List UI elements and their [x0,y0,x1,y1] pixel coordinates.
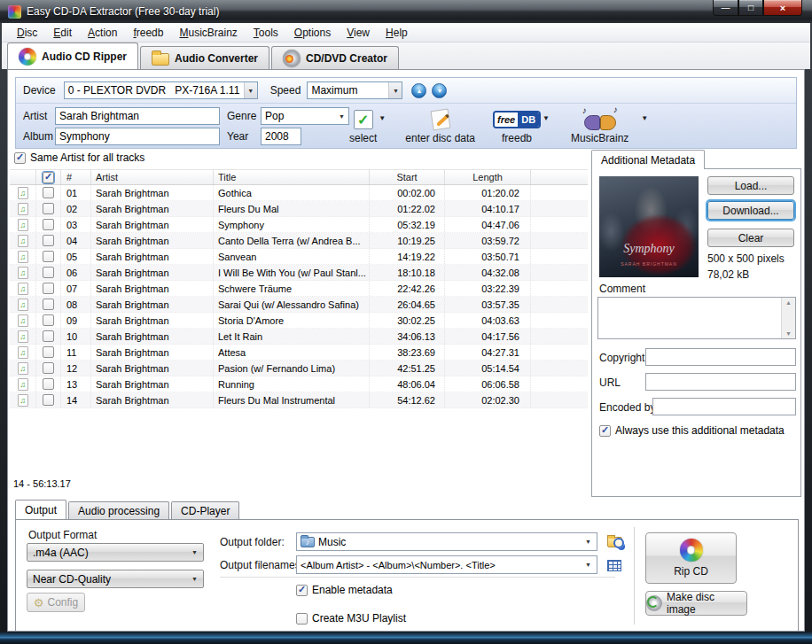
track-row[interactable]: 06 Sarah Brightman I Will Be With You (w… [10,265,588,281]
comment-field[interactable]: ▲▼ [597,297,796,339]
tab-audio-processing[interactable]: Audio processing [68,501,169,519]
track-row[interactable]: 03 Sarah Brightman Symphony 05:32.19 04:… [10,217,588,233]
track-checkbox[interactable] [43,378,54,390]
track-row[interactable]: 08 Sarah Brightman Sarai Qui (w/ Alessan… [10,297,588,313]
track-checkbox[interactable] [43,203,54,214]
tab-cd-dvd-creator[interactable]: CD/DVD Creator [271,46,399,69]
enable-metadata-checkbox[interactable] [296,585,308,596]
copyright-label: Copyright [599,352,644,364]
track-checkbox[interactable] [43,267,54,278]
album-field[interactable] [55,128,220,145]
track-row[interactable]: 14 Sarah Brightman Fleurs Du Mal Instrum… [10,392,588,408]
menu-edit[interactable]: Edit [45,24,80,42]
track-checkbox[interactable] [43,235,54,246]
track-row[interactable]: 04 Sarah Brightman Canto Della Terra (w/… [10,233,588,249]
copyright-field[interactable] [645,348,796,366]
output-folder-select[interactable]: Music [296,532,597,551]
load-down-button[interactable]: ▼ [432,83,447,98]
track-checkbox[interactable] [43,362,54,374]
download-button[interactable]: Download... [707,201,794,220]
url-field[interactable] [645,373,796,391]
menu-action[interactable]: Action [80,24,125,42]
track-title: Fleurs Du Mal Instrumental [214,392,370,407]
menu-freedb[interactable]: freedb [125,24,171,42]
quality-select[interactable]: Near CD-Quality [27,570,204,588]
column-number[interactable]: # [61,170,91,184]
menu-musicbrainz[interactable]: MusicBrainz [171,24,245,42]
track-row[interactable]: 11 Sarah Brightman Attesa 38:23.69 04:27… [10,345,588,361]
column-start[interactable]: Start [370,170,445,184]
same-artist-checkbox[interactable] [14,152,26,164]
dropdown-arrow-icon[interactable] [244,82,257,98]
track-row[interactable]: 02 Sarah Brightman Fleurs Du Mal 01:22.0… [10,201,588,217]
menu-disc[interactable]: Disc [9,24,45,42]
column-artist[interactable]: Artist [91,170,214,184]
device-select[interactable]: 0 - PLEXTOR DVDR PX-716A 1.11 [64,81,258,99]
tab-output[interactable]: Output [15,500,66,519]
track-row[interactable]: 09 Sarah Brightman Storia D'Amore 30:02.… [10,313,588,329]
track-length: 04:27.31 [445,345,531,360]
always-use-checkbox[interactable] [599,425,611,437]
dropdown-arrow-icon[interactable]: ▼ [379,114,386,122]
dropdown-arrow-icon[interactable] [388,82,402,98]
close-button[interactable]: × [763,0,802,16]
menu-tools[interactable]: Tools [246,24,286,42]
track-row[interactable]: 05 Sarah Brightman Sanvean 14:19.22 03:5… [10,249,588,265]
additional-metadata-tab[interactable]: Additional Metadata [591,150,705,169]
track-checkbox[interactable] [43,251,54,262]
track-checkbox[interactable] [43,346,54,358]
filename-pattern-button[interactable] [605,555,624,575]
speed-select[interactable]: Maximum [307,81,402,99]
tab-audio-converter[interactable]: Audio Converter [140,46,269,69]
load-button[interactable]: Load... [707,176,794,195]
titlebar: Easy CD-DA Extractor (Free 30-day trial) [0,0,812,23]
track-checkbox[interactable] [43,299,54,310]
menu-options[interactable]: Options [286,24,339,42]
track-start: 05:32.19 [370,217,445,232]
minimize-button[interactable]: — [713,0,738,16]
dropdown-arrow-icon[interactable]: ▼ [641,114,648,122]
tab-audio-cd-ripper[interactable]: Audio CD Ripper [7,43,138,69]
menu-view[interactable]: View [339,24,378,42]
track-number: 14 [61,392,91,407]
dropdown-arrow-icon[interactable]: ▼ [543,114,550,122]
artist-field[interactable] [55,107,220,125]
genre-select[interactable]: Pop [261,107,349,125]
column-title[interactable]: Title [214,170,370,184]
enter-disc-data-button[interactable]: enter disc data [405,107,475,144]
create-m3u-checkbox[interactable] [296,613,308,625]
track-checkbox[interactable] [43,283,54,294]
maximize-button[interactable]: □ [738,0,763,16]
track-row[interactable]: 13 Sarah Brightman Running 48:06.04 06:0… [10,376,588,392]
track-row[interactable]: 12 Sarah Brightman Pasion (w/ Fernando L… [10,361,588,376]
track-checkbox[interactable] [43,219,54,230]
menu-help[interactable]: Help [378,24,416,42]
year-field[interactable] [261,128,301,145]
output-filenames-select[interactable]: <Album Artist> - <Album>\<Number>. <Titl… [296,555,597,574]
comment-scrollbar[interactable]: ▲▼ [781,298,795,338]
track-row[interactable]: 07 Sarah Brightman Schwere Träume 22:42.… [10,281,588,297]
column-length[interactable]: Length [445,170,531,184]
track-checkbox[interactable] [43,394,54,406]
comment-label: Comment [599,283,645,295]
format-select[interactable]: .m4a (AAC) [27,543,204,562]
eject-up-button[interactable]: ▲ [411,83,426,98]
browse-folder-button[interactable] [605,532,624,552]
clear-button[interactable]: Clear [707,229,794,247]
tab-cd-player[interactable]: CD-Player [171,501,239,519]
select-all-checkbox[interactable] [43,172,54,183]
track-checkbox[interactable] [43,187,54,198]
track-start: 48:06.04 [370,376,445,392]
select-button[interactable]: select ▼ [349,107,386,144]
track-row[interactable]: 01 Sarah Brightman Gothica 00:02.00 01:2… [10,185,588,201]
dropdown-arrow-icon[interactable] [335,108,348,124]
rip-cd-button[interactable]: Rip CD [645,532,737,584]
config-button[interactable]: ⚙ Config [27,593,85,612]
musicbrainz-button[interactable]: ♪♪ MusicBrainz ▼ [571,107,648,144]
track-checkbox[interactable] [43,314,54,326]
track-row[interactable]: 10 Sarah Brightman Let It Rain 34:06.13 … [10,329,588,345]
make-disc-image-button[interactable]: Make disc image [645,591,747,616]
track-checkbox[interactable] [43,330,54,342]
freedb-button[interactable]: free DB freedb ▼ [493,107,550,144]
encoded-by-field[interactable] [652,398,796,415]
